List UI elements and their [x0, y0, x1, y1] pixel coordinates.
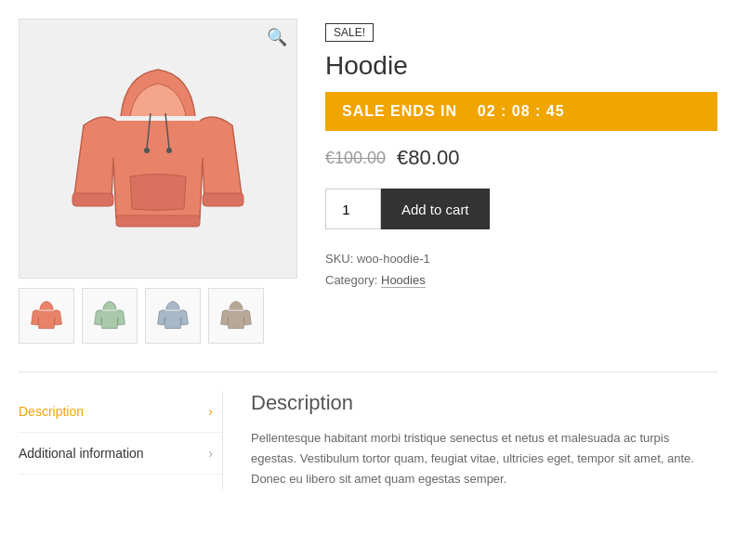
- thumbnails: [19, 288, 297, 344]
- zoom-icon[interactable]: 🔍: [267, 27, 287, 47]
- tab-description[interactable]: Description ›: [19, 391, 222, 433]
- sale-timer: SALE ENDS IN 02 : 08 : 45: [325, 92, 717, 131]
- category-row: Category: Hoodies: [325, 269, 717, 291]
- thumbnail-3[interactable]: [145, 288, 201, 344]
- chevron-right-icon: ›: [208, 404, 213, 419]
- tab-additional-label: Additional information: [19, 446, 144, 461]
- add-to-cart-row: Add to cart: [325, 189, 717, 229]
- svg-rect-5: [203, 193, 243, 206]
- tab-description-label: Description: [19, 404, 84, 419]
- quantity-input[interactable]: [325, 189, 381, 229]
- description-heading: Description: [251, 391, 717, 415]
- product-section: 🔍: [19, 9, 717, 362]
- thumbnail-2[interactable]: [82, 288, 138, 344]
- category-label: Category:: [325, 273, 377, 287]
- tabs-content-section: Description › Additional information › D…: [19, 391, 717, 489]
- content-area: Description Pellentesque habitant morbi …: [223, 391, 717, 489]
- svg-rect-4: [72, 193, 113, 206]
- section-divider: [19, 371, 717, 372]
- sale-timer-label: SALE ENDS IN: [342, 103, 457, 119]
- chevron-right-icon-2: ›: [208, 446, 213, 461]
- svg-point-2: [144, 148, 150, 153]
- page-wrapper: 🔍: [0, 0, 736, 499]
- add-to-cart-button[interactable]: Add to cart: [381, 189, 490, 229]
- svg-rect-6: [116, 215, 200, 227]
- sale-badge: SALE!: [325, 23, 374, 42]
- main-image: 🔍: [19, 19, 297, 279]
- category-link[interactable]: Hoodies: [381, 273, 426, 288]
- price-sale: €80.00: [397, 146, 459, 170]
- tabs-sidebar: Description › Additional information ›: [19, 391, 223, 489]
- thumbnail-4[interactable]: [208, 288, 264, 344]
- sku-row: SKU: woo-hoodie-1: [325, 248, 717, 269]
- thumbnail-1[interactable]: [19, 288, 74, 344]
- product-info: SALE! Hoodie SALE ENDS IN 02 : 08 : 45 €…: [325, 19, 717, 344]
- sale-timer-value: 02 : 08 : 45: [478, 103, 565, 119]
- price-original: €100.00: [325, 149, 386, 168]
- hoodie-illustration: [65, 46, 251, 251]
- sku-label: SKU:: [325, 252, 353, 266]
- sku-value: woo-hoodie-1: [357, 252, 430, 266]
- product-meta: SKU: woo-hoodie-1 Category: Hoodies: [325, 248, 717, 292]
- svg-point-3: [166, 148, 172, 153]
- description-body: Pellentesque habitant morbi tristique se…: [251, 428, 717, 489]
- price-row: €100.00 €80.00: [325, 146, 717, 170]
- product-images: 🔍: [19, 19, 297, 344]
- tab-additional-information[interactable]: Additional information ›: [19, 433, 222, 475]
- product-title: Hoodie: [325, 51, 717, 81]
